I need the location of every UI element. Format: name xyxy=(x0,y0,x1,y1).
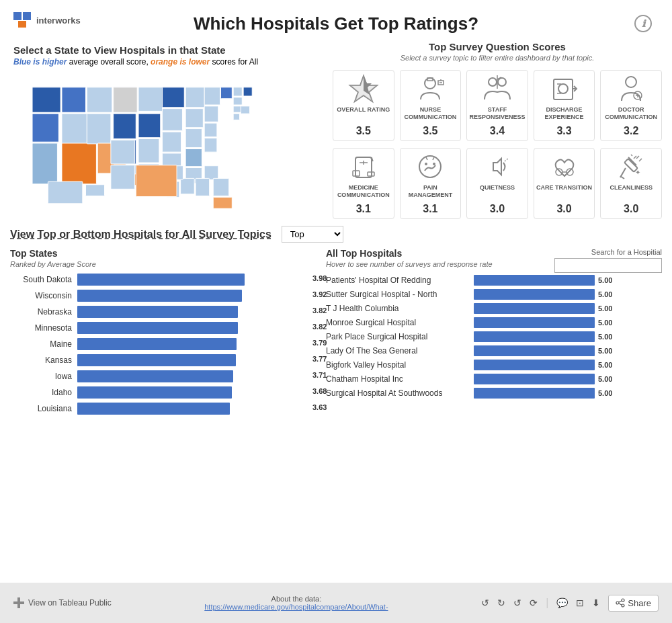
state-ut[interactable] xyxy=(87,114,111,144)
state-me[interactable] xyxy=(243,87,252,96)
info-icon[interactable]: ℹ xyxy=(634,15,652,32)
state-il[interactable] xyxy=(163,109,183,131)
hospital-bar-value: 5.00 xyxy=(598,347,612,355)
bar-value: 3.82 xyxy=(312,306,333,315)
svg-rect-24 xyxy=(355,157,372,177)
state-ga[interactable] xyxy=(213,178,228,196)
back-button[interactable]: ↺ xyxy=(513,597,521,608)
state-co[interactable] xyxy=(111,140,135,164)
state-wy[interactable] xyxy=(114,87,138,112)
bar-track: 3.98 xyxy=(77,274,312,286)
survey-item-staff[interactable]: STAFF RESPONSIVENESS 3.4 xyxy=(466,70,528,141)
table-row: South Dakota 3.98 xyxy=(10,274,312,286)
state-tx[interactable] xyxy=(136,165,177,197)
comment-button[interactable]: 💬 xyxy=(556,597,568,608)
tableau-icon xyxy=(13,597,24,608)
state-nm[interactable] xyxy=(111,165,135,190)
survey-item-doctor[interactable]: DOCTOR COMMUNICATION 3.2 xyxy=(600,70,662,141)
table-row: Kansas 3.77 xyxy=(10,354,312,366)
state-ri[interactable] xyxy=(233,114,239,120)
state-ak[interactable] xyxy=(48,181,82,204)
header: interworks Which Hospitals Get Top Ratin… xyxy=(0,0,672,41)
state-nh[interactable] xyxy=(233,97,242,105)
state-al[interactable] xyxy=(196,178,210,196)
state-wa[interactable] xyxy=(32,87,60,112)
bar-fill xyxy=(77,306,238,318)
doctor-label: DOCTOR COMMUNICATION xyxy=(603,106,659,122)
us-map-container[interactable] xyxy=(13,70,302,218)
state-ny[interactable] xyxy=(220,87,232,99)
bottom-header-container: View Top or Bottom Hospitals for All Sur… xyxy=(10,226,662,243)
state-mn[interactable] xyxy=(138,87,163,112)
state-or[interactable] xyxy=(32,114,58,142)
survey-item-overall[interactable]: OVERALL RATING 3.5 xyxy=(333,70,394,141)
undo-button[interactable]: ↺ xyxy=(481,597,489,608)
bar-track: 3.82 xyxy=(77,306,312,318)
list-item: Chatham Hospital Inc 5.00 xyxy=(326,374,662,384)
state-mo[interactable] xyxy=(138,139,159,163)
state-in[interactable] xyxy=(185,109,203,128)
state-fl[interactable] xyxy=(213,197,232,208)
state-vt[interactable] xyxy=(233,87,242,96)
medicine-label: MEDICINE COMMUNICATION xyxy=(335,184,392,200)
footer-link[interactable]: https://www.medicare.gov/hospitalcompare… xyxy=(204,603,388,611)
state-mi[interactable] xyxy=(185,87,204,108)
state-ca[interactable] xyxy=(32,143,57,184)
clean-icon: ✦ xyxy=(615,152,647,182)
hospitals-panel: All Top Hospitals Hover to see number of… xyxy=(326,248,662,419)
state-wi[interactable] xyxy=(163,87,185,108)
fullscreen-button[interactable]: ⊡ xyxy=(576,597,584,608)
state-ma[interactable] xyxy=(233,106,241,112)
hospital-bar-fill xyxy=(474,345,595,356)
survey-item-quiet[interactable]: QUIETNESS 3.0 xyxy=(466,148,528,219)
survey-item-discharge[interactable]: DISCHARGE EXPERIENCE 3.3 xyxy=(534,70,595,141)
search-input[interactable] xyxy=(554,258,662,273)
list-item: Bigfork Valley Hospital 5.00 xyxy=(326,360,662,370)
state-oh[interactable] xyxy=(185,129,202,148)
state-ia[interactable] xyxy=(138,114,161,138)
states-bar-chart: South Dakota 3.98 Wisconsin 3.92 Nebrask… xyxy=(10,274,312,415)
state-sc[interactable] xyxy=(204,166,218,180)
svg-line-55 xyxy=(619,604,622,605)
bottom-header-text: View Top or Bottom Hospitals for All Sur… xyxy=(10,229,271,241)
state-de[interactable] xyxy=(204,138,217,153)
survey-item-pain[interactable]: PAIN MANAGEMENT 3.1 xyxy=(400,148,462,219)
survey-item-nurse[interactable]: NURSE COMMUNICATION 3.5 xyxy=(400,70,462,141)
state-label: Kansas xyxy=(10,356,77,365)
state-ca2[interactable] xyxy=(62,143,96,184)
survey-item-clean[interactable]: ✦ CLEANLINESS 3.0 xyxy=(600,148,662,219)
state-wv[interactable] xyxy=(204,106,218,122)
state-sd[interactable] xyxy=(114,114,136,138)
dropdown-container[interactable]: Top Bottom xyxy=(282,226,343,243)
bottom-content: Top States Ranked by Average Score South… xyxy=(10,248,662,419)
hospital-name: Sutter Surgical Hospital - North xyxy=(326,290,474,299)
discharge-score: 3.3 xyxy=(556,125,571,137)
state-id[interactable] xyxy=(62,87,86,112)
hospital-name: Lady Of The Sea General xyxy=(326,346,474,356)
redo-button[interactable]: ↻ xyxy=(497,597,505,608)
bar-track: 3.63 xyxy=(77,403,312,415)
state-pa[interactable] xyxy=(204,87,220,105)
hospital-bar-value: 5.00 xyxy=(598,389,612,397)
svg-point-11 xyxy=(489,78,497,86)
state-hi[interactable] xyxy=(86,185,105,196)
footer-left[interactable]: View on Tableau Public xyxy=(13,597,112,608)
state-mt[interactable] xyxy=(87,87,112,112)
survey-item-medicine[interactable]: MEDICINE COMMUNICATION 3.1 xyxy=(333,148,394,219)
hospital-bar-fill xyxy=(474,388,595,399)
list-item: Surgical Hospital At Southwoods 5.00 xyxy=(326,388,662,399)
state-va[interactable] xyxy=(185,149,202,166)
survey-item-care[interactable]: CARE TRANSITION 3.0 xyxy=(534,148,595,219)
state-nv[interactable] xyxy=(62,114,87,144)
state-ky[interactable] xyxy=(163,132,181,152)
view-dropdown[interactable]: Top Bottom xyxy=(282,226,343,243)
states-panel: Top States Ranked by Average Score South… xyxy=(10,248,312,419)
share-button[interactable]: Share xyxy=(608,595,659,612)
state-md[interactable] xyxy=(204,123,217,137)
download-button[interactable]: ⬇ xyxy=(592,597,600,608)
svg-point-37 xyxy=(556,169,562,175)
left-panel: Select a State to View Hospitals in that… xyxy=(10,41,319,226)
state-ct[interactable] xyxy=(241,106,249,114)
forward-button[interactable]: ⟳ xyxy=(530,597,538,608)
state-ms[interactable] xyxy=(181,178,195,194)
